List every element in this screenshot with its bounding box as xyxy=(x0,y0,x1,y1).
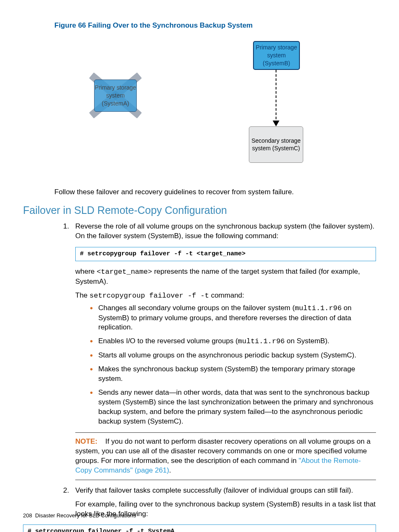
note-label: NOTE: xyxy=(75,437,97,445)
bullet-item: Changes all secondary volume groups on t… xyxy=(90,303,376,333)
text: where xyxy=(75,267,97,275)
bullet-item: Makes the synchronous backup system (Sys… xyxy=(90,365,376,384)
system-c-label: Secondary storage system (SystemC) xyxy=(249,137,303,153)
system-a-box-wrap: Primary storage system (SystemA) xyxy=(94,80,137,112)
intro-text: Follow these failover and recovery guide… xyxy=(54,188,376,197)
text: The xyxy=(75,291,90,299)
system-b-label: Primary storage system (SystemB) xyxy=(254,44,299,67)
code-box-2: # setrcopygroup failovoer -f -t SystemA … xyxy=(23,524,376,532)
system-a-label: Primary storage system (SystemA) xyxy=(95,84,136,108)
text: on SystemB). xyxy=(285,337,330,345)
system-b-box: Primary storage system (SystemB) xyxy=(253,41,300,70)
code-line: # setrcopygroup failovoer -f -t SystemA xyxy=(28,527,371,532)
page-footer: 208 Disaster Recovery for SLD Configurat… xyxy=(23,512,136,519)
bullet-list: Changes all secondary volume groups on t… xyxy=(75,303,376,427)
diagram: Primary storage system (SystemA) Primary… xyxy=(23,41,376,179)
arrow-head-icon xyxy=(273,121,279,126)
section-heading: Failover in SLD Remote-Copy Configuratio… xyxy=(23,203,376,218)
note-block: NOTE: If you do not want to perform disa… xyxy=(75,432,376,480)
figure-caption: Figure 66 Failing Over to the Synchronou… xyxy=(54,21,376,31)
where-line: where <target_name> represents the name … xyxy=(75,267,376,287)
bullet-item: Sends any newer data—in other words, dat… xyxy=(90,388,376,427)
dashed-arrow-line xyxy=(276,70,276,123)
bullet-item: Starts all volume groups on the asynchro… xyxy=(90,351,376,360)
bullet-item: Enables I/O to the reversed volume group… xyxy=(90,337,376,347)
step-2-line1: Verify that failover tasks complete succ… xyxy=(75,486,376,496)
command-intro: The setrcopygroup failover -f -t command… xyxy=(75,291,376,301)
system-c-box: Secondary storage system (SystemC) xyxy=(249,126,303,163)
step-1: Reverse the role of all volume groups on… xyxy=(71,222,376,480)
step-1-text: Reverse the role of all volume groups on… xyxy=(75,222,376,241)
code-inline: multi.1.r96 xyxy=(238,337,285,345)
text: Enables I/O to the reversed volume group… xyxy=(98,337,238,345)
code-inline: multi.1.r96 xyxy=(295,304,342,312)
text: Changes all secondary volume groups on t… xyxy=(98,304,295,312)
text: command: xyxy=(209,291,244,299)
page-number: 208 xyxy=(23,512,32,519)
system-a-box: Primary storage system (SystemA) xyxy=(94,80,137,112)
code-inline: setrcopygroup failover -f -t xyxy=(90,292,209,300)
code-box-1: # setrcopygroup failover -f -t <target_n… xyxy=(75,247,376,261)
code-inline: <target_name> xyxy=(97,268,152,276)
text: . xyxy=(169,466,171,474)
footer-title: Disaster Recovery for SLD Configurations xyxy=(35,512,136,519)
